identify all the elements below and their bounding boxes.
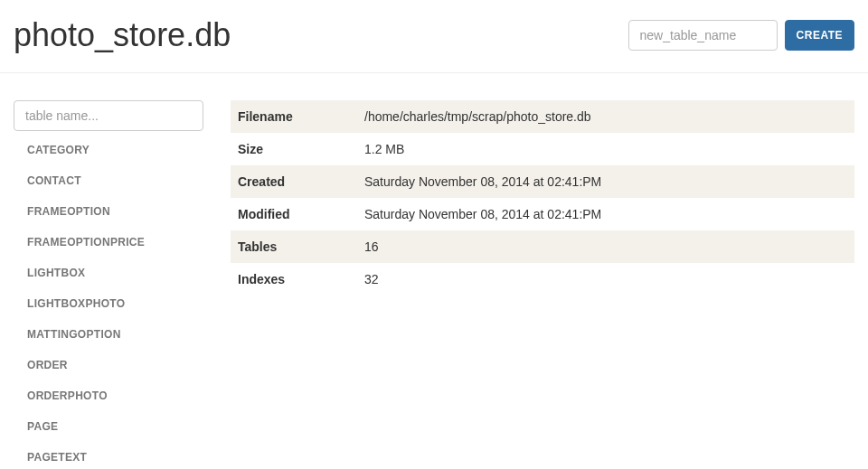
info-label-filename: Filename: [231, 100, 357, 133]
sidebar-item-category[interactable]: CATEGORY: [14, 135, 203, 165]
sidebar-item-frameoption[interactable]: FRAMEOPTION: [14, 196, 203, 227]
table-row: Size 1.2 MB: [231, 133, 854, 165]
main-content: Filename /home/charles/tmp/scrap/photo_s…: [231, 100, 854, 469]
page-title: photo_store.db: [14, 16, 231, 54]
sidebar-item-lightbox[interactable]: LIGHTBOX: [14, 258, 203, 288]
table-row: Created Saturday November 08, 2014 at 02…: [231, 165, 854, 198]
info-label-created: Created: [231, 165, 357, 198]
table-row: Tables 16: [231, 230, 854, 263]
sidebar-item-page[interactable]: PAGE: [14, 411, 203, 442]
sidebar-item-contact[interactable]: CONTACT: [14, 165, 203, 196]
page-header: photo_store.db CREATE: [0, 0, 868, 73]
table-filter-input[interactable]: [14, 100, 203, 131]
table-row: Modified Saturday November 08, 2014 at 0…: [231, 198, 854, 230]
info-value-filename: /home/charles/tmp/scrap/photo_store.db: [357, 100, 854, 133]
db-info-table: Filename /home/charles/tmp/scrap/photo_s…: [231, 100, 854, 295]
sidebar-item-mattingoption[interactable]: MATTINGOPTION: [14, 319, 203, 350]
sidebar-item-lightboxphoto[interactable]: LIGHTBOXPHOTO: [14, 288, 203, 319]
info-label-tables: Tables: [231, 230, 357, 263]
table-list: CATEGORY CONTACT FRAMEOPTION FRAMEOPTION…: [14, 135, 203, 469]
sidebar: CATEGORY CONTACT FRAMEOPTION FRAMEOPTION…: [14, 100, 203, 469]
sidebar-item-frameoptionprice[interactable]: FRAMEOPTIONPRICE: [14, 227, 203, 258]
header-actions: CREATE: [628, 20, 854, 51]
info-value-indexes: 32: [357, 263, 854, 295]
info-label-modified: Modified: [231, 198, 357, 230]
sidebar-item-pagetext[interactable]: PAGETEXT: [14, 442, 203, 469]
info-value-size: 1.2 MB: [357, 133, 854, 165]
create-button[interactable]: CREATE: [785, 20, 854, 51]
info-value-created: Saturday November 08, 2014 at 02:41:PM: [357, 165, 854, 198]
sidebar-item-order[interactable]: ORDER: [14, 350, 203, 380]
table-row: Indexes 32: [231, 263, 854, 295]
sidebar-item-orderphoto[interactable]: ORDERPHOTO: [14, 380, 203, 411]
table-row: Filename /home/charles/tmp/scrap/photo_s…: [231, 100, 854, 133]
info-value-tables: 16: [357, 230, 854, 263]
info-label-size: Size: [231, 133, 357, 165]
info-value-modified: Saturday November 08, 2014 at 02:41:PM: [357, 198, 854, 230]
main-container: CATEGORY CONTACT FRAMEOPTION FRAMEOPTION…: [0, 73, 868, 469]
info-label-indexes: Indexes: [231, 263, 357, 295]
new-table-name-input[interactable]: [628, 20, 778, 51]
